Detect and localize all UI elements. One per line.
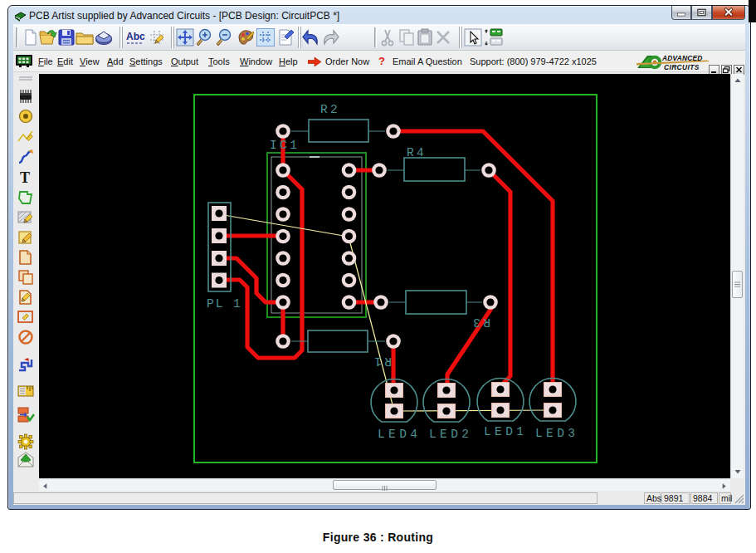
svg-text:R4: R4 [407, 146, 427, 159]
svg-text:LED2: LED2 [429, 428, 472, 441]
svg-text:CIRCUITS: CIRCUITS [664, 63, 700, 71]
svg-text:LED3: LED3 [535, 427, 578, 440]
svg-text:R2: R2 [320, 103, 340, 116]
svg-text:T: T [20, 169, 30, 186]
svg-text:LED1: LED1 [484, 425, 527, 438]
svg-text:IC1: IC1 [270, 139, 300, 152]
svg-text:LED4: LED4 [378, 428, 421, 441]
svg-text:ADVANCED: ADVANCED [661, 54, 702, 62]
svg-text:R1: R1 [372, 355, 392, 368]
svg-text:PL 1: PL 1 [207, 297, 242, 311]
svg-text:Abc: Abc [126, 31, 145, 42]
svg-text:R3: R3 [471, 316, 490, 329]
